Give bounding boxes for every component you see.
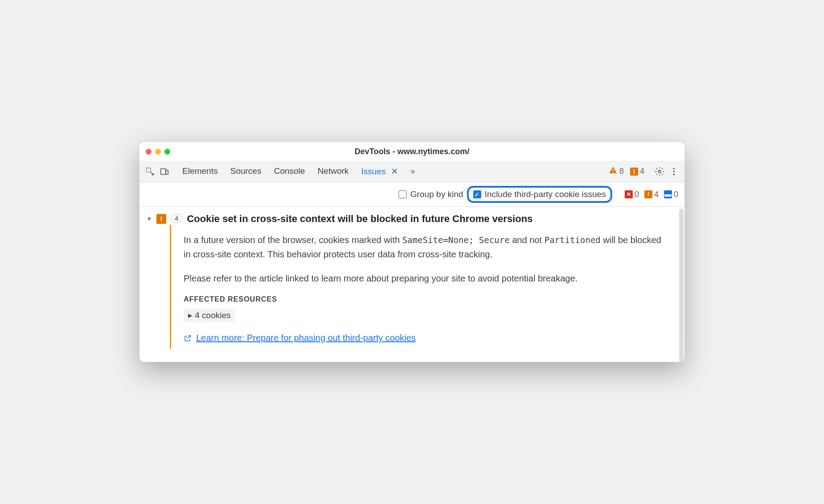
- issue-description-2: Please refer to the article linked to le…: [184, 271, 668, 286]
- learn-more-link[interactable]: Learn more: Prepare for phasing out thir…: [184, 333, 416, 343]
- warning-issues-count: 4: [654, 190, 659, 199]
- toolbar-badges: 8 ! 4: [609, 166, 644, 177]
- svg-point-6: [673, 168, 675, 170]
- warning-triangle-icon: [609, 166, 618, 177]
- warning-count: 8: [619, 167, 624, 176]
- device-toggle-icon[interactable]: [159, 166, 170, 177]
- warnings-badge[interactable]: 8: [609, 166, 624, 177]
- checkbox-unchecked-icon[interactable]: [399, 190, 407, 198]
- svg-rect-4: [613, 172, 614, 173]
- expand-arrow-icon: ▶: [188, 312, 192, 319]
- affected-resources-header: AFFECTED RESOURCES: [184, 295, 668, 303]
- group-by-kind-label: Group by kind: [410, 189, 463, 199]
- code-partitioned: Partitioned: [544, 235, 601, 245]
- svg-rect-2: [166, 170, 168, 174]
- window-title: DevTools - www.nytimes.com/: [146, 147, 678, 156]
- warning-issues-badge[interactable]: ! 4: [644, 190, 659, 199]
- svg-rect-0: [147, 168, 151, 172]
- warning-icon: !: [644, 190, 652, 198]
- minimize-window-button[interactable]: [155, 149, 161, 155]
- error-issues-count: 0: [635, 190, 639, 199]
- breaking-icon: !: [630, 168, 638, 176]
- inspect-element-icon[interactable]: [145, 166, 156, 177]
- external-link-icon: [184, 334, 192, 342]
- panel-tabs: Elements Sources Console Network Issues …: [182, 164, 415, 178]
- issue-body: In a future version of the browser, cook…: [170, 225, 677, 349]
- code-samesite: SameSite=None; Secure: [402, 235, 509, 245]
- issue-count-pill: 4: [171, 214, 182, 223]
- tab-sources[interactable]: Sources: [230, 164, 261, 178]
- issue-title: Cookie set in cross-site context will be…: [187, 213, 533, 225]
- include-third-party-checkbox[interactable]: Include third-party cookie issues: [473, 189, 606, 199]
- svg-rect-1: [161, 168, 166, 174]
- issue-count-badges: ✕ 0 ! 4 ▬ 0: [625, 190, 678, 199]
- issues-content: ▼ ! 4 Cookie set in cross-site context w…: [139, 207, 685, 362]
- checkbox-checked-icon[interactable]: [473, 190, 481, 198]
- tab-elements[interactable]: Elements: [182, 164, 218, 178]
- close-tab-icon[interactable]: ✕: [391, 167, 398, 176]
- group-by-kind-checkbox[interactable]: Group by kind: [399, 189, 463, 199]
- info-icon: ▬: [664, 190, 672, 198]
- close-window-button[interactable]: [146, 149, 151, 155]
- titlebar: DevTools - www.nytimes.com/: [139, 142, 685, 161]
- settings-icon[interactable]: [654, 166, 665, 177]
- info-issues-badge[interactable]: ▬ 0: [664, 190, 678, 199]
- devtools-window: DevTools - www.nytimes.com/ Elements Sou…: [139, 142, 685, 362]
- desc-text: and not: [509, 235, 544, 245]
- tab-issues[interactable]: Issues ✕: [361, 164, 398, 178]
- scrollbar[interactable]: [679, 209, 684, 362]
- svg-point-5: [658, 170, 661, 173]
- error-issues-badge[interactable]: ✕ 0: [625, 190, 639, 199]
- issue-severity-icon: !: [156, 214, 166, 224]
- tab-issues-label: Issues: [361, 167, 386, 176]
- error-icon: ✕: [625, 190, 633, 198]
- collapse-arrow-icon[interactable]: ▼: [147, 216, 152, 222]
- breaking-count: 4: [640, 167, 644, 176]
- traffic-lights: [146, 149, 170, 155]
- more-options-icon[interactable]: [668, 166, 679, 177]
- svg-point-7: [673, 171, 675, 172]
- svg-point-8: [673, 173, 675, 175]
- include-third-party-label: Include third-party cookie issues: [485, 189, 606, 199]
- tab-console[interactable]: Console: [274, 164, 305, 178]
- more-tabs-button[interactable]: »: [411, 164, 416, 178]
- cookies-count-label: 4 cookies: [195, 311, 231, 320]
- main-toolbar: Elements Sources Console Network Issues …: [139, 161, 685, 182]
- learn-more-text: Learn more: Prepare for phasing out thir…: [196, 333, 416, 343]
- affected-cookies-toggle[interactable]: ▶ 4 cookies: [184, 309, 235, 322]
- issues-filter-bar: Group by kind Include third-party cookie…: [139, 182, 685, 207]
- maximize-window-button[interactable]: [164, 149, 170, 155]
- svg-rect-3: [613, 169, 614, 171]
- issue-header-row[interactable]: ▼ ! 4 Cookie set in cross-site context w…: [147, 213, 677, 225]
- tab-network[interactable]: Network: [318, 164, 349, 178]
- breaking-changes-badge[interactable]: ! 4: [630, 167, 644, 176]
- info-issues-count: 0: [674, 190, 678, 199]
- issue-description-1: In a future version of the browser, cook…: [184, 233, 668, 261]
- include-third-party-highlight: Include third-party cookie issues: [467, 186, 612, 203]
- desc-text: In a future version of the browser, cook…: [184, 235, 402, 245]
